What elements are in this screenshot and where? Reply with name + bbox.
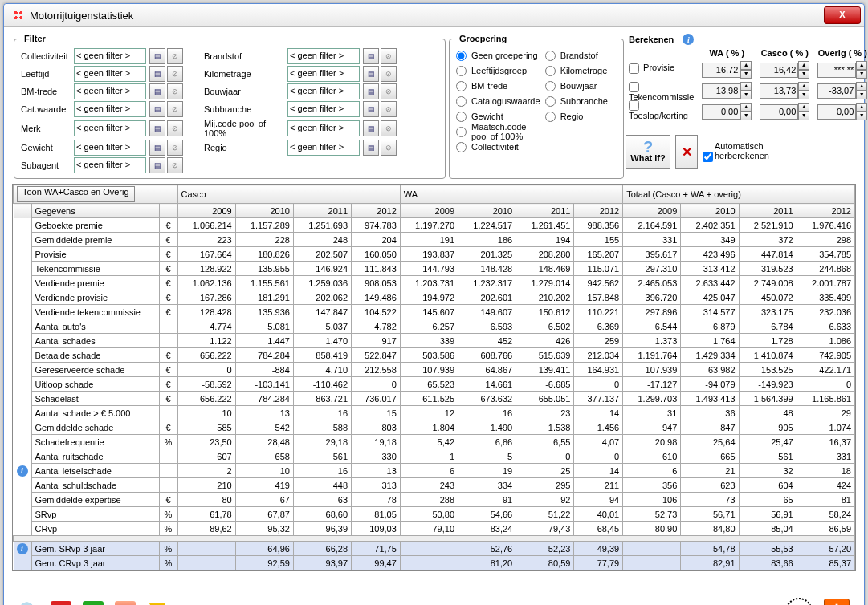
calc-spinner[interactable]: ▲▼ bbox=[702, 61, 752, 79]
filter-clear-icon[interactable]: ⊘ bbox=[167, 140, 183, 156]
filter-clear-icon[interactable]: ⊘ bbox=[167, 120, 183, 136]
group-option[interactable]: Bouwjaar bbox=[545, 79, 617, 93]
calc-checkbox[interactable] bbox=[629, 100, 639, 111]
spin-down-icon[interactable]: ▼ bbox=[740, 112, 752, 120]
filter-pick-icon[interactable]: ▤ bbox=[149, 140, 165, 156]
group-radio[interactable] bbox=[545, 96, 556, 107]
group-radio[interactable] bbox=[456, 51, 467, 61]
auto-recalc-checkbox[interactable] bbox=[703, 152, 713, 162]
group-radio[interactable] bbox=[545, 112, 556, 122]
spin-down-icon[interactable]: ▼ bbox=[740, 70, 752, 79]
group-option[interactable]: Brandstof bbox=[545, 48, 617, 63]
calc-checkbox[interactable] bbox=[629, 82, 639, 92]
filter-pick-icon[interactable]: ▤ bbox=[363, 66, 379, 82]
filter-pick-icon[interactable]: ▤ bbox=[363, 140, 379, 156]
calc-value-input[interactable] bbox=[817, 63, 856, 78]
group-option[interactable]: Geen groepering bbox=[456, 48, 540, 63]
calc-row[interactable]: Tekencommissie bbox=[629, 81, 694, 96]
spin-down-icon[interactable]: ▼ bbox=[856, 70, 867, 79]
calc-value-input[interactable] bbox=[817, 83, 856, 99]
filter-clear-icon[interactable]: ⊘ bbox=[381, 120, 397, 136]
group-option[interactable]: Maatsch.code pool of 100% bbox=[456, 124, 540, 139]
spin-down-icon[interactable]: ▼ bbox=[798, 91, 809, 99]
group-radio[interactable] bbox=[545, 51, 556, 61]
filter-select[interactable]: < geen filter > bbox=[287, 66, 360, 82]
calc-spinner[interactable]: ▲▼ bbox=[760, 61, 809, 79]
filter-select[interactable]: < geen filter > bbox=[287, 120, 360, 136]
spin-up-icon[interactable]: ▲ bbox=[856, 103, 867, 112]
filter-pick-icon[interactable]: ▤ bbox=[363, 101, 379, 117]
excel-icon[interactable]: XLS bbox=[83, 601, 104, 605]
filter-select[interactable]: < geen filter > bbox=[287, 48, 360, 64]
filter-pick-icon[interactable]: ▤ bbox=[363, 48, 379, 64]
calc-value-input[interactable] bbox=[702, 63, 740, 78]
spin-up-icon[interactable]: ▲ bbox=[856, 61, 867, 70]
filter-select[interactable]: < geen filter > bbox=[74, 48, 146, 64]
calc-spinner[interactable]: ▲▼ bbox=[817, 61, 867, 79]
group-radio[interactable] bbox=[456, 66, 467, 76]
group-option[interactable]: Cataloguswaarde bbox=[456, 94, 540, 108]
filter-pick-icon[interactable]: ▤ bbox=[149, 48, 165, 64]
spin-down-icon[interactable]: ▼ bbox=[856, 91, 867, 99]
filter-clear-icon[interactable]: ⊘ bbox=[167, 83, 183, 99]
filter-pick-icon[interactable]: ▤ bbox=[149, 66, 165, 82]
spin-up-icon[interactable]: ▲ bbox=[856, 82, 867, 91]
calc-value-input[interactable] bbox=[760, 83, 798, 99]
spin-down-icon[interactable]: ▼ bbox=[856, 112, 867, 120]
filter-select[interactable]: < geen filter > bbox=[287, 101, 360, 117]
calc-value-input[interactable] bbox=[760, 104, 798, 120]
toggle-view-button[interactable]: Toon WA+Casco en Overig bbox=[17, 186, 135, 202]
group-option[interactable]: Leeftijdsgroep bbox=[456, 63, 540, 78]
info-icon[interactable]: i bbox=[17, 543, 28, 554]
group-option[interactable]: Subbranche bbox=[545, 94, 617, 108]
group-radio[interactable] bbox=[456, 81, 467, 91]
calc-value-input[interactable] bbox=[760, 63, 798, 78]
filter-pick-icon[interactable]: ▤ bbox=[149, 120, 165, 136]
calc-value-input[interactable] bbox=[817, 104, 856, 120]
filter-clear-icon[interactable]: ⊘ bbox=[381, 140, 397, 156]
filter-pick-icon[interactable]: ▤ bbox=[149, 83, 165, 99]
filter-select[interactable]: < geen filter > bbox=[74, 66, 146, 82]
filter-pick-icon[interactable]: ▤ bbox=[363, 83, 379, 99]
group-option[interactable]: BM-trede bbox=[456, 79, 540, 93]
calc-value-input[interactable] bbox=[702, 83, 740, 99]
filter-select[interactable]: < geen filter > bbox=[74, 120, 146, 136]
calc-spinner[interactable]: ▲▼ bbox=[702, 82, 752, 99]
group-option[interactable]: Kilometrage bbox=[545, 63, 617, 78]
multi-pdf-icon[interactable]: 📄 bbox=[115, 601, 136, 605]
filter-select[interactable]: < geen filter > bbox=[287, 83, 360, 99]
group-radio[interactable] bbox=[456, 142, 467, 152]
spin-up-icon[interactable]: ▲ bbox=[740, 103, 752, 112]
filter-pick-icon[interactable]: ▤ bbox=[363, 120, 379, 136]
spin-up-icon[interactable]: ▲ bbox=[798, 61, 809, 70]
spin-down-icon[interactable]: ▼ bbox=[798, 112, 809, 120]
calc-spinner[interactable]: ▲▼ bbox=[760, 103, 809, 120]
filter-select[interactable]: < geen filter > bbox=[74, 157, 146, 173]
info-icon[interactable]: i bbox=[17, 465, 28, 477]
calc-spinner[interactable]: ▲▼ bbox=[817, 103, 867, 120]
spin-up-icon[interactable]: ▲ bbox=[798, 82, 809, 91]
pdf-icon[interactable]: PDF bbox=[51, 601, 71, 605]
window-close-button[interactable]: X bbox=[824, 6, 861, 24]
whatif-cancel-button[interactable]: ✕ bbox=[675, 135, 698, 169]
calc-row[interactable]: Provisie bbox=[629, 63, 694, 78]
filter-clear-icon[interactable]: ⊘ bbox=[167, 48, 183, 64]
group-option[interactable]: Collectiviteit bbox=[456, 140, 540, 154]
group-radio[interactable] bbox=[545, 81, 556, 91]
filter-clear-icon[interactable]: ⊘ bbox=[381, 48, 397, 64]
group-radio[interactable] bbox=[456, 96, 467, 107]
filter-icon[interactable] bbox=[147, 601, 168, 605]
filter-clear-icon[interactable]: ⊘ bbox=[167, 101, 183, 117]
calc-spinner[interactable]: ▲▼ bbox=[817, 82, 867, 99]
filter-clear-icon[interactable]: ⊘ bbox=[381, 66, 397, 82]
filter-clear-icon[interactable]: ⊘ bbox=[381, 83, 397, 99]
spin-down-icon[interactable]: ▼ bbox=[798, 70, 809, 79]
filter-select[interactable]: < geen filter > bbox=[74, 101, 146, 117]
spin-up-icon[interactable]: ▲ bbox=[740, 61, 752, 70]
calc-row[interactable]: Toeslag/korting bbox=[629, 99, 694, 115]
filter-select[interactable]: < geen filter > bbox=[74, 83, 146, 99]
filter-pick-icon[interactable]: ▤ bbox=[149, 101, 165, 117]
filter-pick-icon[interactable]: ▤ bbox=[149, 157, 165, 173]
calc-value-input[interactable] bbox=[702, 104, 740, 120]
calc-spinner[interactable]: ▲▼ bbox=[702, 103, 752, 120]
